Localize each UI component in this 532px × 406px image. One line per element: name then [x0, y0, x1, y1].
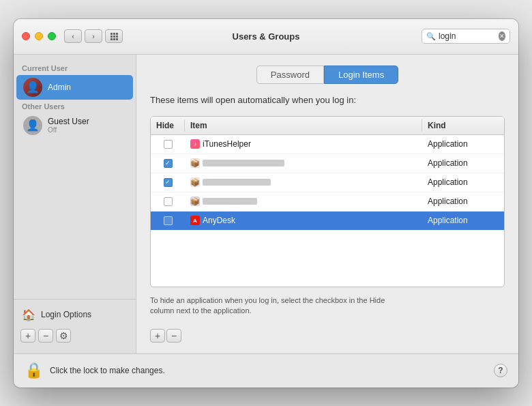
main-panel: Password Login Items These items will op… [136, 55, 518, 353]
content-area: Current User 👤 Admin Other Users 👤 Guest… [14, 55, 518, 353]
add-item-button[interactable]: + [150, 329, 165, 343]
hide-checkbox-4[interactable] [164, 197, 173, 206]
kind-cell-1: Application [422, 136, 504, 151]
maximize-button[interactable] [48, 32, 56, 40]
lock-icon[interactable]: 🔒 [25, 362, 43, 379]
sidebar-bottom: 🏠 Login Options + − ⚙ [14, 299, 136, 347]
table-body: ♪ iTunesHelper Application 📦 [151, 135, 504, 287]
bottom-bar: 🔒 Click the lock to make changes. ? [14, 353, 518, 388]
lock-text: Click the lock to make changes. [50, 366, 487, 375]
titlebar: ‹ › Users & Groups 🔍 ✕ [14, 19, 518, 55]
table-row[interactable]: 📦 Application [151, 192, 504, 212]
table-row[interactable]: 📦 Application [151, 154, 504, 173]
sidebar-actions: + − ⚙ [14, 325, 136, 347]
item-name-4 [203, 198, 257, 205]
grid-button[interactable] [105, 29, 123, 43]
back-button[interactable]: ‹ [64, 29, 82, 43]
search-input[interactable] [439, 31, 496, 41]
hide-checkbox-5[interactable] [164, 216, 173, 225]
kind-cell-3: Application [422, 175, 504, 190]
col-kind: Kind [422, 119, 504, 132]
table-actions: + − [150, 329, 505, 343]
hide-cell-3 [151, 175, 185, 190]
add-user-button[interactable]: + [20, 329, 35, 343]
help-button[interactable]: ? [494, 364, 507, 377]
tab-password[interactable]: Password [256, 66, 324, 84]
table-row[interactable]: ♪ iTunesHelper Application [151, 135, 504, 154]
description-text: These items will open automatically when… [150, 95, 505, 105]
hide-checkbox-1[interactable] [164, 140, 173, 149]
admin-avatar: 👤 [23, 78, 42, 97]
hide-cell-1 [151, 137, 185, 151]
table-header: Hide Item Kind [151, 117, 504, 135]
login-options-label: Login Options [41, 310, 91, 319]
anydesk-icon: A [190, 216, 200, 225]
kind-cell-4: Application [422, 194, 504, 209]
table-row-anydesk[interactable]: A AnyDesk Application [151, 212, 504, 231]
table-row[interactable]: 📦 Application [151, 173, 504, 192]
tab-login-items[interactable]: Login Items [324, 66, 398, 84]
item-name-5: AnyDesk [203, 216, 235, 225]
guest-status: Off [48, 126, 89, 134]
remove-user-button[interactable]: − [38, 329, 53, 343]
sidebar-item-admin[interactable]: 👤 Admin [16, 75, 133, 100]
nav-buttons: ‹ › [64, 29, 102, 43]
hide-cell-5 [151, 214, 185, 228]
forward-button[interactable]: › [85, 29, 102, 43]
col-hide: Hide [151, 119, 185, 132]
sidebar-item-guest[interactable]: 👤 Guest User Off [16, 113, 133, 138]
item-cell-3: 📦 [185, 175, 422, 190]
hint-text: To hide an application when you log in, … [150, 295, 505, 317]
login-items-table: Hide Item Kind ♪ iTunesHelper Ap [150, 116, 505, 287]
item-name-2 [203, 160, 284, 166]
item-cell-2: 📦 [185, 156, 422, 171]
traffic-lights [22, 32, 56, 40]
home-icon: 🏠 [22, 308, 35, 321]
search-bar[interactable]: 🔍 ✕ [422, 29, 510, 44]
item-cell-1: ♪ iTunesHelper [185, 136, 422, 151]
guest-info: Guest User Off [48, 117, 89, 134]
itunes-icon: ♪ [190, 139, 200, 149]
guest-name: Guest User [48, 117, 89, 126]
other-users-label: Other Users [14, 100, 136, 113]
item-name-3 [203, 179, 271, 186]
item-cell-4: 📦 [185, 194, 422, 209]
tab-bar: Password Login Items [150, 66, 505, 84]
hide-cell-2 [151, 156, 185, 171]
kind-cell-2: Application [422, 156, 504, 171]
main-window: ‹ › Users & Groups 🔍 ✕ Current User 👤 Ad… [14, 19, 518, 388]
guest-avatar: 👤 [23, 116, 42, 135]
col-item: Item [185, 119, 422, 132]
app-icon-3: 📦 [190, 177, 200, 187]
gear-button[interactable]: ⚙ [56, 329, 71, 343]
app-icon-2: 📦 [190, 158, 200, 168]
hide-checkbox-3[interactable] [164, 178, 173, 187]
minimize-button[interactable] [35, 32, 43, 40]
app-icon-4: 📦 [190, 197, 200, 206]
table-row-empty [151, 231, 504, 278]
close-button[interactable] [22, 32, 30, 40]
admin-info: Admin [48, 83, 71, 92]
admin-name: Admin [48, 83, 71, 92]
item-name-1: iTunesHelper [203, 139, 251, 149]
search-clear-button[interactable]: ✕ [499, 31, 505, 41]
window-title: Users & Groups [233, 31, 300, 42]
sidebar: Current User 👤 Admin Other Users 👤 Guest… [14, 55, 136, 353]
grid-icon [110, 33, 118, 40]
hide-checkbox-2[interactable] [164, 159, 173, 168]
login-options-button[interactable]: 🏠 Login Options [14, 305, 136, 325]
item-cell-5: A AnyDesk [185, 213, 422, 228]
remove-item-button[interactable]: − [166, 329, 181, 343]
current-user-label: Current User [14, 61, 136, 75]
kind-cell-5: Application [422, 213, 504, 228]
hide-cell-4 [151, 194, 185, 209]
search-icon: 🔍 [426, 32, 436, 41]
